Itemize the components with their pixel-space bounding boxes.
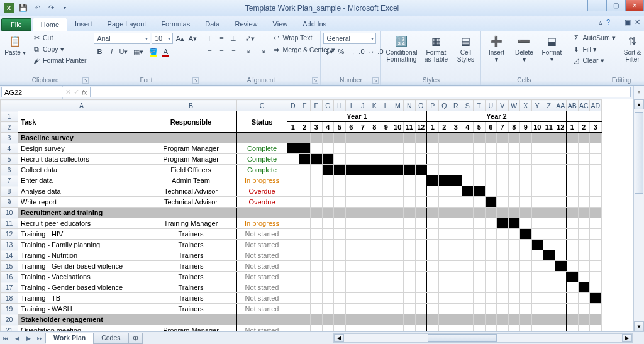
scroll-left-icon[interactable]: ◀ (334, 334, 344, 342)
undo-icon[interactable]: ↶ (31, 3, 43, 14)
new-sheet-button[interactable]: ⊕ (128, 333, 143, 344)
enter-formula-icon[interactable]: ✓ (74, 88, 79, 96)
hscroll-thumb[interactable] (428, 334, 497, 342)
ribbon-tab-insert[interactable]: Insert (67, 18, 100, 31)
format-cells-button[interactable]: ⬓Format▾ (539, 33, 564, 64)
table-row[interactable]: 14Training - NutritionTrainersNot starte… (1, 250, 602, 261)
format-painter-button[interactable]: 🖌Format Painter (30, 55, 88, 65)
table-row[interactable]: 11Recruit peer educatorsTraining Manager… (1, 218, 602, 229)
table-row[interactable]: 19Training - WASHTrainersNot started (1, 304, 602, 314)
first-sheet-icon[interactable]: ⏮ (0, 335, 11, 341)
scroll-right-icon[interactable]: ▶ (622, 334, 632, 342)
shrink-font-button[interactable]: A▾ (187, 33, 198, 44)
close-button[interactable]: ✕ (625, 0, 644, 11)
help-icon[interactable]: ? (606, 18, 610, 26)
vertical-scrollbar[interactable]: ▲ ▼ (633, 99, 644, 331)
number-expand-icon[interactable]: ↘ (372, 77, 379, 84)
redo-icon[interactable]: ↷ (45, 3, 57, 14)
insert-cells-button[interactable]: ➕Insert▾ (484, 33, 509, 64)
scroll-down-icon[interactable]: ▼ (634, 321, 644, 331)
clear-button[interactable]: ◿Clear ▾ (570, 55, 617, 65)
vscroll-thumb[interactable] (635, 112, 643, 194)
align-center-button[interactable]: ≡ (216, 46, 227, 57)
font-color-button[interactable]: A (160, 46, 171, 57)
ribbon-minimize-icon[interactable]: ▵ (599, 18, 602, 26)
sort-filter-button[interactable]: ⇅Sort & Filter (620, 33, 644, 64)
paste-button[interactable]: 📋 Paste ▾ (3, 33, 28, 57)
grow-font-button[interactable]: A▴ (174, 33, 186, 44)
fill-color-button[interactable]: 🪣 (148, 46, 159, 57)
ribbon-tab-add-ins[interactable]: Add-Ins (295, 18, 334, 31)
table-row[interactable]: 5Recruit data collectorsProgram ManagerC… (1, 154, 602, 165)
ribbon-tab-view[interactable]: View (265, 18, 296, 31)
table-row[interactable]: 8Analyse dataTechnical AdvisorOverdue (1, 186, 602, 197)
table-row[interactable]: 9Write reportTechnical AdvisorOverdue (1, 197, 602, 208)
fx-icon[interactable]: fx (82, 89, 87, 96)
increase-decimal-button[interactable]: .0→ (359, 46, 370, 57)
accounting-button[interactable]: $▾ (323, 46, 335, 57)
ribbon-tab-home[interactable]: Home (33, 18, 67, 31)
align-bottom-button[interactable]: ⊥ (228, 33, 239, 44)
name-box[interactable]: ▾ (0, 86, 63, 99)
table-row[interactable]: 6Collect dataField OfficersComplete (1, 165, 602, 175)
save-icon[interactable]: 💾 (18, 3, 29, 14)
format-as-table-button[interactable]: ▦Format as Table (421, 33, 450, 64)
table-row[interactable]: 21Orientation meetingProgram ManagerNot … (1, 325, 602, 332)
border-button[interactable]: ▦▾ (133, 46, 144, 57)
cut-button[interactable]: ✂Cut (30, 33, 88, 43)
align-middle-button[interactable]: ≡ (216, 33, 227, 44)
align-top-button[interactable]: ⊤ (204, 33, 215, 44)
doc-minimize-icon[interactable]: — (614, 18, 621, 26)
copy-button[interactable]: ⧉Copy ▾ (30, 44, 88, 54)
prev-sheet-icon[interactable]: ◀ (11, 335, 23, 341)
table-row[interactable]: 13Training - Family planningTrainersNot … (1, 240, 602, 250)
conditional-formatting-button[interactable]: 🔢Conditional Formatting (384, 33, 419, 64)
decrease-indent-button[interactable]: ⇤ (244, 46, 255, 57)
minimize-button[interactable]: — (587, 0, 606, 11)
last-sheet-icon[interactable]: ⏭ (34, 335, 45, 341)
ribbon-tab-data[interactable]: Data (197, 18, 227, 31)
increase-indent-button[interactable]: ⇥ (256, 46, 267, 57)
expand-formula-bar-icon[interactable]: ▾ (633, 86, 644, 99)
italic-button[interactable]: I (106, 46, 117, 57)
delete-cells-button[interactable]: ➖Delete▾ (511, 33, 536, 64)
number-format-combo[interactable]: General (323, 33, 376, 44)
align-left-button[interactable]: ≡ (204, 46, 215, 57)
align-right-button[interactable]: ≡ (228, 46, 239, 57)
cancel-formula-icon[interactable]: ✕ (65, 88, 71, 96)
scroll-up-icon[interactable]: ▲ (634, 99, 644, 109)
cell-styles-button[interactable]: ▤Cell Styles (453, 33, 478, 64)
table-row[interactable]: 15Training - Gender based violenceTraine… (1, 261, 602, 272)
worksheet-area[interactable]: ABCDEFGHIJKLMNOPQRSTUVWXYZAAABACAD1TaskR… (0, 99, 644, 331)
sheet-tab-work-plan[interactable]: Work Plan (45, 333, 94, 344)
alignment-expand-icon[interactable]: ↘ (312, 77, 318, 84)
sheet-tab-codes[interactable]: Codes (93, 333, 128, 344)
comma-button[interactable]: , (347, 46, 358, 57)
fill-button[interactable]: ⬇Fill ▾ (570, 44, 617, 54)
ribbon-tab-page-layout[interactable]: Page Layout (100, 18, 154, 31)
doc-close-icon[interactable]: ✕ (635, 18, 640, 26)
maximize-button[interactable]: ▢ (606, 0, 625, 11)
formula-input[interactable] (90, 87, 631, 97)
table-row[interactable]: 18Training - TBTrainersNot started (1, 293, 602, 304)
table-row[interactable]: 4Design surveyProgram ManagerComplete (1, 143, 602, 154)
ribbon-tab-review[interactable]: Review (227, 18, 265, 31)
percent-button[interactable]: % (335, 46, 347, 57)
table-row[interactable]: 7Enter dataAdmin TeamIn progress (1, 175, 602, 186)
table-row[interactable]: 12Training - HIVTrainersNot started (1, 229, 602, 240)
horizontal-scrollbar[interactable]: ◀ ▶ (333, 333, 633, 343)
bold-button[interactable]: B (94, 46, 105, 57)
underline-button[interactable]: U▾ (118, 46, 129, 57)
font-size-combo[interactable]: 10 (152, 33, 173, 44)
autosum-button[interactable]: ΣAutoSum ▾ (570, 33, 617, 43)
file-tab[interactable]: File (1, 18, 31, 31)
table-row[interactable]: 16Training - VaccinationsTrainersNot sta… (1, 272, 602, 282)
qat-dropdown-icon[interactable]: ▾ (59, 3, 70, 14)
font-name-combo[interactable]: Arial (94, 33, 150, 44)
orientation-button[interactable]: ⤢▾ (244, 33, 255, 44)
font-expand-icon[interactable]: ↘ (192, 77, 199, 84)
doc-restore-icon[interactable]: ▣ (625, 18, 631, 26)
next-sheet-icon[interactable]: ▶ (23, 335, 34, 341)
clipboard-expand-icon[interactable]: ↘ (82, 77, 89, 84)
ribbon-tab-formulas[interactable]: Formulas (153, 18, 197, 31)
